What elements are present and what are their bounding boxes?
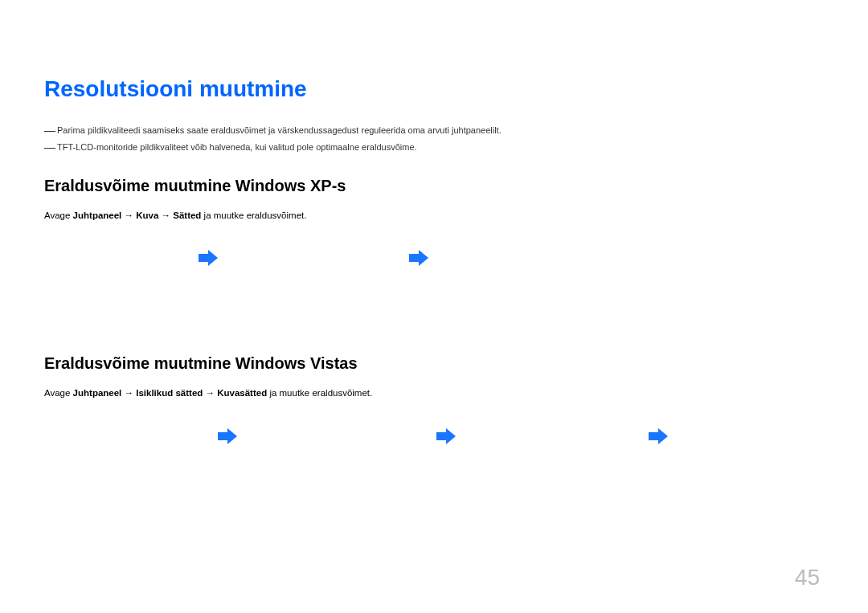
note-item: Parima pildikvaliteedi saamiseks saate e… <box>44 125 824 137</box>
path-bold: Juhtpaneel <box>73 210 122 220</box>
note-text: TFT-LCD-monitoride pildikvaliteet võib h… <box>57 141 824 153</box>
text: ja muutke eraldusvõimet. <box>267 388 372 398</box>
arrow-row-xp <box>44 250 824 274</box>
page-number: 45 <box>795 565 820 591</box>
text: Avage <box>44 210 73 220</box>
path-bold: Juhtpaneel <box>73 388 122 398</box>
instruction-vista: Avage Juhtpaneel → Isiklikud sätted → Ku… <box>44 386 824 400</box>
dash-icon <box>44 131 55 132</box>
arrow-right-icon <box>409 250 428 266</box>
arrow-text: → <box>121 210 136 220</box>
note-text: Parima pildikvaliteedi saamiseks saate e… <box>57 125 824 137</box>
section-title-vista: Eraldusvõime muutmine Windows Vistas <box>44 354 824 373</box>
arrow-row-vista <box>44 428 824 452</box>
instruction-xp: Avage Juhtpaneel → Kuva → Sätted ja muut… <box>44 208 824 223</box>
arrow-right-icon <box>649 428 668 444</box>
arrow-right-icon <box>436 428 456 444</box>
path-bold: Isiklikud sätted <box>136 388 203 398</box>
arrow-text: → <box>121 388 136 398</box>
note-item: TFT-LCD-monitoride pildikvaliteet võib h… <box>44 141 824 153</box>
arrow-text: → <box>158 210 173 220</box>
section-title-xp: Eraldusvõime muutmine Windows XP-s <box>44 177 824 195</box>
dash-icon <box>44 148 55 149</box>
path-bold: Kuvasätted <box>217 388 267 398</box>
text: Avage <box>44 388 73 398</box>
path-bold: Sätted <box>173 210 201 220</box>
arrow-text: → <box>203 388 217 398</box>
page-title: Resolutsiooni muutmine <box>44 76 824 102</box>
text: ja muutke eraldusvõimet. <box>201 210 306 220</box>
path-bold: Kuva <box>136 210 158 220</box>
arrow-right-icon <box>218 428 237 444</box>
arrow-right-icon <box>199 250 218 266</box>
